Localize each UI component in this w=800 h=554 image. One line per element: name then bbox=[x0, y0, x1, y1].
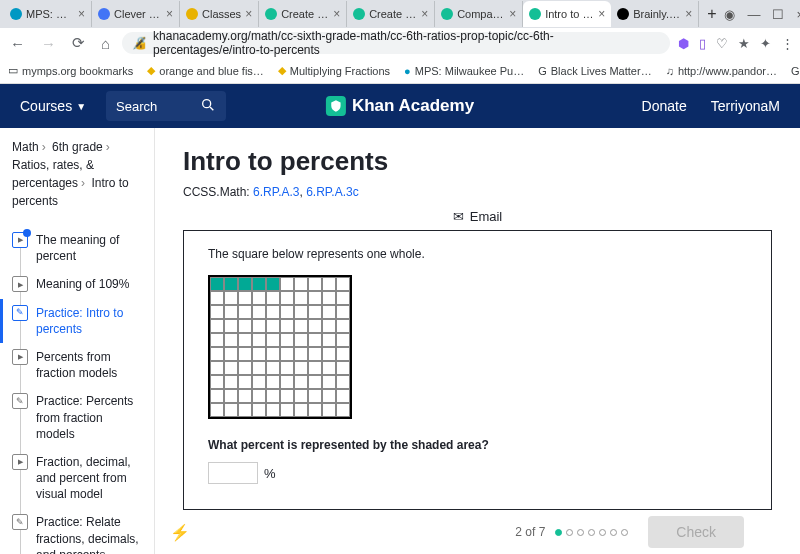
extension-icon[interactable]: ▯ bbox=[699, 36, 706, 51]
grid-cell bbox=[280, 347, 294, 361]
lesson-item[interactable]: Percents from fraction models bbox=[0, 343, 154, 387]
grid-cell bbox=[336, 291, 350, 305]
standard-link[interactable]: 6.RP.A.3 bbox=[253, 185, 299, 199]
grid-cell bbox=[294, 375, 308, 389]
close-icon[interactable]: × bbox=[78, 7, 85, 21]
close-icon[interactable]: × bbox=[509, 7, 516, 21]
grid-cell bbox=[294, 277, 308, 291]
svg-point-0 bbox=[203, 99, 211, 107]
grid-cell bbox=[238, 305, 252, 319]
browser-tab[interactable]: Create doubl× bbox=[259, 1, 347, 27]
answer-input[interactable] bbox=[208, 462, 258, 484]
grid-cell bbox=[322, 333, 336, 347]
grid-cell bbox=[294, 403, 308, 417]
browser-tab[interactable]: Clever | Log i× bbox=[92, 1, 180, 27]
search-icon[interactable] bbox=[200, 97, 216, 116]
bookmark[interactable]: GImage result for gif… bbox=[791, 65, 800, 77]
grid-cell bbox=[238, 277, 252, 291]
close-icon[interactable]: × bbox=[421, 7, 428, 21]
lesson-item[interactable]: The meaning of percent bbox=[0, 226, 154, 270]
close-window-icon[interactable]: × bbox=[796, 7, 800, 22]
grid-cell bbox=[322, 291, 336, 305]
grid-cell bbox=[280, 277, 294, 291]
close-icon[interactable]: × bbox=[245, 7, 252, 21]
home-button[interactable]: ⌂ bbox=[97, 35, 114, 52]
grid-cell bbox=[238, 361, 252, 375]
reload-button[interactable]: ⟳ bbox=[68, 34, 89, 52]
grid-cell bbox=[210, 389, 224, 403]
forward-button[interactable]: → bbox=[37, 35, 60, 52]
grid-cell bbox=[252, 305, 266, 319]
new-tab-button[interactable]: + bbox=[699, 5, 724, 23]
extensions-menu-icon[interactable]: ✦ bbox=[760, 36, 771, 51]
lesson-item[interactable]: Practice: Relate fractions, decimals, an… bbox=[0, 508, 154, 554]
close-icon[interactable]: × bbox=[166, 7, 173, 21]
check-button[interactable]: Check bbox=[648, 516, 744, 548]
menu-icon[interactable]: ⋮ bbox=[781, 36, 794, 51]
extension-icon[interactable]: ★ bbox=[738, 36, 750, 51]
lesson-item[interactable]: Meaning of 109% bbox=[0, 270, 154, 298]
browser-tab-active[interactable]: Intro to perc× bbox=[523, 1, 611, 27]
grid-cell bbox=[308, 347, 322, 361]
extension-icon[interactable]: ⬢ bbox=[678, 36, 689, 51]
khan-header: Courses ▼ Khan Academy Donate TerriyonaM bbox=[0, 84, 800, 128]
lesson-item-active[interactable]: Practice: Intro to percents bbox=[0, 299, 154, 343]
grid-cell bbox=[210, 333, 224, 347]
grid-cell bbox=[266, 403, 280, 417]
bookmark[interactable]: ●MPS: Milwaukee Pu… bbox=[404, 65, 524, 77]
close-icon[interactable]: × bbox=[598, 7, 605, 21]
grid-cell bbox=[210, 375, 224, 389]
browser-tab[interactable]: Create doubl× bbox=[347, 1, 435, 27]
grid-cell bbox=[224, 361, 238, 375]
user-menu[interactable]: TerriyonaM bbox=[711, 98, 780, 114]
email-button[interactable]: ✉ Email bbox=[453, 209, 503, 224]
lesson-item[interactable]: Fraction, decimal, and percent from visu… bbox=[0, 448, 154, 509]
browser-tab[interactable]: Classes× bbox=[180, 1, 259, 27]
courses-dropdown[interactable]: Courses ▼ bbox=[20, 98, 86, 114]
grid-cell bbox=[294, 305, 308, 319]
address-bar[interactable]: 🔏 khanacademy.org/math/cc-sixth-grade-ma… bbox=[122, 32, 670, 54]
grid-cell bbox=[266, 333, 280, 347]
grid-cell bbox=[252, 403, 266, 417]
search-wrap[interactable] bbox=[106, 91, 226, 121]
minimize-icon[interactable]: — bbox=[747, 7, 760, 22]
exercise-question: What percent is represented by the shade… bbox=[208, 438, 747, 452]
streak-icon[interactable]: ⚡ bbox=[170, 523, 190, 542]
standard-link[interactable]: 6.RP.A.3c bbox=[306, 185, 358, 199]
bookmark[interactable]: GBlack Lives Matter… bbox=[538, 65, 651, 77]
grid-cell bbox=[238, 291, 252, 305]
close-icon[interactable]: × bbox=[685, 7, 692, 21]
close-icon[interactable]: × bbox=[333, 7, 340, 21]
breadcrumb-link[interactable]: Math bbox=[12, 140, 39, 154]
grid-cell bbox=[294, 319, 308, 333]
grid-cell bbox=[336, 319, 350, 333]
grid-cell bbox=[224, 403, 238, 417]
bookmark[interactable]: ♫http://www.pandor… bbox=[666, 65, 777, 77]
browser-tab[interactable]: Brainly.com× bbox=[611, 1, 699, 27]
browser-tab[interactable]: Comparing n× bbox=[435, 1, 523, 27]
grid-cell bbox=[322, 277, 336, 291]
bookmark[interactable]: ◆orange and blue fis… bbox=[147, 64, 264, 77]
search-input[interactable] bbox=[116, 99, 196, 114]
back-button[interactable]: ← bbox=[6, 35, 29, 52]
hundred-grid bbox=[208, 275, 352, 419]
bookmark[interactable]: ▭mymps.org bookmarks bbox=[8, 64, 133, 77]
play-icon bbox=[12, 454, 28, 470]
lesson-item[interactable]: Practice: Percents from fraction models bbox=[0, 387, 154, 448]
bookmark[interactable]: ◆Multiplying Fractions bbox=[278, 64, 390, 77]
breadcrumb-link[interactable]: 6th grade bbox=[52, 140, 103, 154]
grid-cell bbox=[238, 403, 252, 417]
grid-cell bbox=[294, 333, 308, 347]
play-icon bbox=[12, 276, 28, 292]
standards: CCSS.Math: 6.RP.A.3, 6.RP.A.3c bbox=[183, 185, 772, 199]
avatar-icon[interactable]: ◉ bbox=[724, 7, 735, 22]
grid-cell bbox=[294, 361, 308, 375]
progress-dot bbox=[621, 529, 628, 536]
grid-cell bbox=[280, 291, 294, 305]
donate-link[interactable]: Donate bbox=[642, 98, 687, 114]
maximize-icon[interactable]: ☐ bbox=[772, 7, 784, 22]
brand[interactable]: Khan Academy bbox=[326, 96, 474, 116]
browser-tab[interactable]: MPS: Milwau× bbox=[4, 1, 92, 27]
grid-cell bbox=[210, 347, 224, 361]
extension-icon[interactable]: ♡ bbox=[716, 36, 728, 51]
